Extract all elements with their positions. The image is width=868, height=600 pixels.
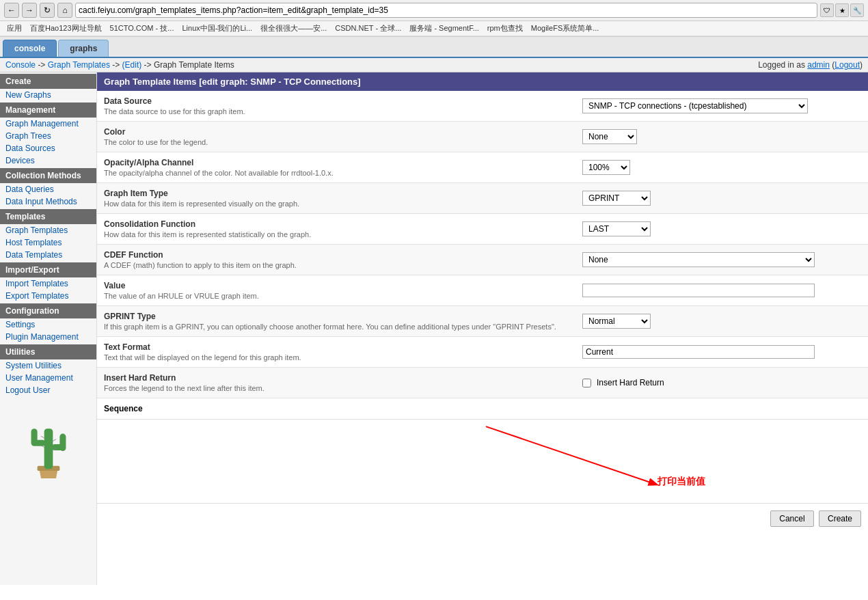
sidebar-header-import-export: Import/Export xyxy=(0,262,96,277)
hard-return-checkbox[interactable] xyxy=(582,379,591,387)
value-input[interactable] xyxy=(582,284,815,297)
sidebar-item-graph-management[interactable]: Graph Management xyxy=(0,118,96,130)
sidebar-item-user-management[interactable]: User Management xyxy=(0,372,96,384)
bookmark-rpm[interactable]: rpm包查找 xyxy=(485,23,526,34)
svg-line-7 xyxy=(41,436,44,438)
breadcrumb-graph-templates[interactable]: Graph Templates xyxy=(48,60,110,70)
tab-console[interactable]: console xyxy=(3,40,57,57)
cactus-logo xyxy=(21,410,76,478)
gprint-type-select[interactable]: Normal Custom xyxy=(582,314,651,329)
action-bar: Cancel Create xyxy=(97,503,868,534)
app-tabs: console graphs xyxy=(0,37,868,58)
annotation-area: 打印当前值 xyxy=(97,420,868,502)
bookmark-qian[interactable]: 很全很强大——安... xyxy=(258,23,329,34)
text-format-input[interactable] xyxy=(582,345,815,359)
sidebar-item-logout-user[interactable]: Logout User xyxy=(0,384,96,396)
consolidation-function-select[interactable]: LAST AVERAGE MAX MIN xyxy=(582,221,651,236)
bookmark-star[interactable]: ★ xyxy=(835,3,849,17)
sidebar-item-devices[interactable]: Devices xyxy=(0,154,96,167)
sidebar-item-system-utilities[interactable]: System Utilities xyxy=(0,359,96,372)
sidebar-item-graph-trees[interactable]: Graph Trees xyxy=(0,130,96,142)
sidebar-item-import-templates[interactable]: Import Templates xyxy=(0,277,96,290)
sidebar-item-graph-templates[interactable]: Graph Templates xyxy=(0,224,96,236)
form-row-hard-return: Insert Hard Return Forces the legend to … xyxy=(97,368,868,398)
security-icon: 🛡 xyxy=(820,3,834,17)
annotation-arrow xyxy=(97,420,868,502)
extension-icon1[interactable]: 🔧 xyxy=(850,3,864,17)
url-bar[interactable] xyxy=(75,3,817,18)
breadcrumb-arrow1: -> xyxy=(38,60,47,70)
sidebar-item-plugin-management[interactable]: Plugin Management xyxy=(0,331,96,343)
cactus-area xyxy=(0,396,96,492)
field-label-text-format: Text Format xyxy=(104,342,569,352)
breadcrumb-arrow3: -> xyxy=(144,60,154,70)
form-row-color: Color The color to use for the legend. N… xyxy=(97,122,868,152)
svg-line-8 xyxy=(53,439,56,441)
hard-return-label[interactable]: Insert Hard Return xyxy=(582,378,861,387)
sidebar-item-new-graphs[interactable]: New Graphs xyxy=(0,89,96,101)
home-button[interactable]: ⌂ xyxy=(57,3,72,18)
data-source-select[interactable]: SNMP - TCP connections - (tcpestablished… xyxy=(582,98,808,113)
content-area: Graph Template Items [edit graph: SNMP -… xyxy=(97,72,868,585)
field-desc-data-source: The data source to use for this graph it… xyxy=(104,107,569,115)
browser-toolbar: ← → ↻ ⌂ 🛡 ★ 🔧 xyxy=(0,0,868,21)
field-desc-color: The color to use for the legend. xyxy=(104,138,569,146)
sidebar-item-export-templates[interactable]: Export Templates xyxy=(0,290,96,302)
username-link[interactable]: admin xyxy=(807,60,830,70)
bookmark-51cto[interactable]: 51CTO.COM - 技... xyxy=(107,23,177,34)
sidebar-item-data-sources[interactable]: Data Sources xyxy=(0,142,96,154)
field-input-cdef-cell: None xyxy=(575,245,868,275)
form-row-data-source: Data Source The data source to use for t… xyxy=(97,91,868,122)
forward-button[interactable]: → xyxy=(22,3,37,18)
bookmark-apps[interactable]: 应用 xyxy=(4,23,25,34)
sidebar-item-data-input[interactable]: Data Input Methods xyxy=(0,195,96,208)
graph-item-type-select[interactable]: GPRINT xyxy=(582,191,651,206)
opacity-select[interactable]: 100% xyxy=(582,160,630,175)
field-label-value: Value xyxy=(104,281,569,290)
field-input-text-format-cell xyxy=(575,337,868,368)
logout-link[interactable]: Logout xyxy=(835,60,860,70)
sidebar-item-data-queries[interactable]: Data Queries xyxy=(0,183,96,195)
form-row-text-format: Text Format Text that will be displayed … xyxy=(97,337,868,368)
field-input-hard-return-cell: Insert Hard Return xyxy=(575,368,868,398)
annotation-text: 打印当前值 xyxy=(657,476,705,488)
bookmark-mogilefs[interactable]: MogileFS系统简单... xyxy=(528,23,602,34)
field-desc-cdef: A CDEF (math) function to apply to this … xyxy=(104,261,569,269)
sidebar-item-settings[interactable]: Settings xyxy=(0,318,96,331)
bookmark-csdn[interactable]: CSDN.NET - 全球... xyxy=(332,23,404,34)
field-desc-value: The value of an HRULE or VRULE graph ite… xyxy=(104,292,569,300)
field-label-opacity: Opacity/Alpha Channel xyxy=(104,158,569,167)
field-desc-opacity: The opacity/alpha channel of the color. … xyxy=(104,169,569,177)
color-select[interactable]: None xyxy=(582,129,637,144)
bookmark-linux[interactable]: Linux中国-我们的Li... xyxy=(179,23,255,34)
field-desc-graph-item-type: How data for this item is represented vi… xyxy=(104,200,569,208)
sidebar-header-utilities: Utilities xyxy=(0,344,96,359)
tab-graphs[interactable]: graphs xyxy=(58,40,109,57)
field-input-gprint-type-cell: Normal Custom xyxy=(575,306,868,337)
breadcrumb-arrow2: -> xyxy=(112,60,122,70)
sidebar-item-data-templates[interactable]: Data Templates xyxy=(0,249,96,261)
field-input-opacity-cell: 100% xyxy=(575,152,868,183)
reload-button[interactable]: ↻ xyxy=(40,3,55,18)
svg-rect-2 xyxy=(44,428,53,469)
field-input-value-cell xyxy=(575,275,868,306)
bookmark-hao123[interactable]: 百度Hao123网址导航 xyxy=(27,23,105,34)
field-label-consolidation: Consolidation Function xyxy=(104,219,569,229)
field-label-data-source: Data Source xyxy=(104,96,569,106)
breadcrumb: Console -> Graph Templates -> (Edit) -> … xyxy=(5,60,234,70)
breadcrumb-console[interactable]: Console xyxy=(5,60,36,70)
cancel-button[interactable]: Cancel xyxy=(770,510,813,527)
form-row-sequence: Sequence xyxy=(97,398,868,420)
bookmark-segmentf[interactable]: 服务端 - SegmentF... xyxy=(407,23,481,34)
form-row-opacity: Opacity/Alpha Channel The opacity/alpha … xyxy=(97,152,868,183)
field-label-hard-return: Insert Hard Return xyxy=(104,373,569,383)
sidebar-item-host-templates[interactable]: Host Templates xyxy=(0,236,96,249)
cdef-function-select[interactable]: None xyxy=(582,252,815,267)
breadcrumb-edit[interactable]: (Edit) xyxy=(122,60,142,70)
sequence-label: Sequence xyxy=(104,404,143,413)
create-button[interactable]: Create xyxy=(819,510,861,527)
form-row-cdef: CDEF Function A CDEF (math) function to … xyxy=(97,245,868,275)
field-label-color: Color xyxy=(104,127,569,137)
field-desc-gprint-type: If this graph item is a GPRINT, you can … xyxy=(104,323,569,331)
back-button[interactable]: ← xyxy=(4,3,19,18)
